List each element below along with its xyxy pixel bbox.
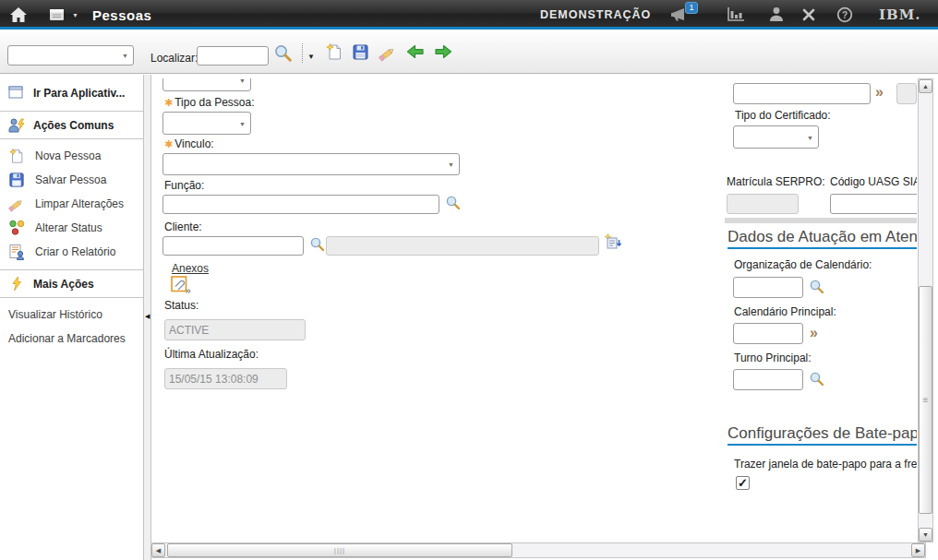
clipped-top-select[interactable]: ▼ (162, 78, 251, 91)
sidebar-item-alterar-status[interactable]: Alterar Status (0, 216, 143, 240)
sidebar-item-visualizar-historico[interactable]: Visualizar Histórico (0, 303, 143, 327)
sidebar-item-limpar-alteracoes[interactable]: Limpar Alterações (0, 192, 143, 216)
save-icon (7, 172, 26, 188)
new-record-button[interactable] (325, 42, 343, 61)
clipped-readonly-field (896, 83, 917, 104)
sidebar-item-adicionar-marcadores[interactable]: Adicionar a Marcadores (0, 327, 143, 351)
reports-button[interactable] (726, 0, 746, 30)
organizacao-calendario-lookup-button[interactable] (809, 279, 825, 295)
help-button[interactable]: ? (836, 0, 853, 30)
scroll-left-button[interactable]: ◀ (151, 543, 165, 557)
funcao-lookup-button[interactable] (445, 195, 462, 211)
horizontal-scrollbar-thumb[interactable]: |||| (167, 543, 512, 557)
announcements-button[interactable]: 1 (668, 0, 702, 30)
search-icon (309, 236, 326, 253)
collapse-sidebar-icon[interactable]: ◀ (145, 313, 150, 320)
calendario-principal-label: Calendário Principal: (734, 305, 836, 318)
save-icon (352, 43, 369, 61)
search-icon (273, 43, 294, 64)
clear-changes-icon (7, 196, 26, 212)
environment-label: DEMONSTRAÇÃO (540, 0, 651, 30)
record-toolbar: ▼ Localizar: ▼ (0, 32, 938, 74)
sidebar-header-common-actions: Ações Comuns (0, 112, 143, 139)
goto-applications-button[interactable]: ▼ (48, 0, 78, 30)
sidebar-item-label: Salvar Pessoa (35, 173, 106, 186)
find-input[interactable] (197, 46, 269, 66)
more-actions-group: Visualizar Histórico Adicionar a Marcado… (0, 298, 143, 356)
person-icon (768, 6, 785, 23)
sidebar-item-salvar-pessoa[interactable]: Salvar Pessoa (0, 168, 143, 192)
arrow-right-icon (433, 42, 453, 61)
tipo-pessoa-label: ✱Tipo da Pessoa: (164, 96, 255, 109)
sidebar-item-criar-relatorio[interactable]: Criar o Relatório (0, 240, 143, 264)
turno-principal-lookup-button[interactable] (809, 371, 825, 387)
chevron-down-icon: ▼ (307, 53, 315, 61)
sidebar-header-label: Mais Ações (33, 278, 94, 291)
home-button[interactable] (9, 0, 28, 30)
sidebar-header-more-actions: Mais Ações (0, 270, 143, 298)
home-icon (9, 6, 28, 23)
sidebar-item-label: Adicionar a Marcadores (8, 332, 126, 345)
sidebar-item-label: Limpar Alterações (35, 197, 124, 210)
window-icon (7, 86, 26, 101)
search-icon (445, 195, 462, 211)
cliente-lookup-button[interactable] (309, 236, 326, 253)
top-navbar: ▼ Pessoas DEMONSTRAÇÃO 1 ? IBM. (0, 0, 938, 30)
cliente-description-field (326, 236, 599, 256)
matricula-serpro-field (727, 194, 799, 214)
advanced-search-caret[interactable]: ▼ (307, 53, 315, 61)
sidebar-item-label: Visualizar Histórico (8, 308, 102, 321)
chat-section-title: Configurações de Bate-papo e (728, 422, 917, 446)
funcao-label: Função: (164, 179, 204, 192)
sidebar-item-label: Criar o Relatório (35, 245, 115, 258)
record-nav-select[interactable]: ▼ (7, 45, 134, 66)
certificado-input[interactable] (733, 83, 871, 104)
organizacao-calendario-input[interactable] (733, 277, 803, 298)
clear-changes-icon (378, 43, 398, 62)
scroll-right-icon: ▶ (916, 547, 920, 554)
attachments-button[interactable] (171, 276, 191, 294)
sidebar-splitter[interactable]: ◀ (143, 75, 151, 560)
logout-button[interactable] (801, 0, 816, 30)
required-icon: ✱ (164, 97, 173, 108)
calendario-principal-input[interactable] (733, 323, 803, 344)
scroll-down-button[interactable]: ▼ (919, 528, 932, 542)
cliente-input[interactable] (162, 236, 304, 256)
codigo-uasg-input[interactable] (830, 194, 917, 214)
sidebar-item-label: Nova Pessoa (35, 149, 101, 162)
codigo-uasg-label: Código UASG SIASG (830, 175, 917, 188)
sidebar-item-nova-pessoa[interactable]: Nova Pessoa (0, 144, 143, 168)
chevrons-detail-icon[interactable]: » (875, 86, 884, 99)
horizontal-scrollbar[interactable]: ◀ |||| ▶ (150, 542, 926, 558)
scroll-up-button[interactable]: ▲ (919, 79, 932, 93)
tipo-certificado-select[interactable]: ▼ (733, 125, 819, 149)
vertical-scrollbar[interactable]: ▲ ≡ ▼ (918, 78, 933, 542)
search-button[interactable] (273, 43, 294, 64)
clear-changes-button[interactable] (378, 43, 398, 62)
next-record-button[interactable] (433, 42, 453, 61)
anexos-link[interactable]: Anexos (172, 262, 209, 275)
turno-principal-input[interactable] (733, 369, 803, 390)
scroll-right-button[interactable]: ▶ (911, 543, 925, 557)
new-record-icon (7, 148, 26, 164)
save-record-button[interactable] (352, 43, 369, 61)
tipo-pessoa-select[interactable]: ▼ (162, 112, 251, 135)
previous-record-button[interactable] (405, 42, 426, 61)
vertical-scrollbar-thumb[interactable]: ≡ (919, 286, 932, 514)
vinculo-select[interactable]: ▼ (162, 153, 460, 175)
cliente-detail-menu-button[interactable] (604, 232, 622, 251)
app-title: Pessoas (92, 0, 151, 30)
chevron-down-icon: ▼ (239, 78, 246, 83)
profile-button[interactable] (768, 0, 785, 30)
sidebar-item-goto-applications[interactable]: Ir Para Aplicativ... (0, 75, 143, 112)
chevrons-detail-icon[interactable]: » (810, 327, 818, 340)
funcao-input[interactable] (162, 195, 439, 214)
arrow-left-icon (405, 42, 426, 61)
sidebar-header-label: Ações Comuns (33, 119, 114, 132)
ultima-atualizacao-field (164, 368, 287, 389)
chat-checkbox[interactable]: ✓ (736, 476, 750, 490)
app-window: ▼ Pessoas DEMONSTRAÇÃO 1 ? IBM. ▼ Locali… (0, 0, 938, 560)
turno-principal-label: Turno Principal: (734, 351, 812, 364)
atendimento-section-title: Dados de Atuação em Atendim (728, 225, 917, 249)
form-content: ▼ ✱Tipo da Pessoa: ▼ ✱Vinculo: ▼ Função:… (152, 78, 917, 542)
